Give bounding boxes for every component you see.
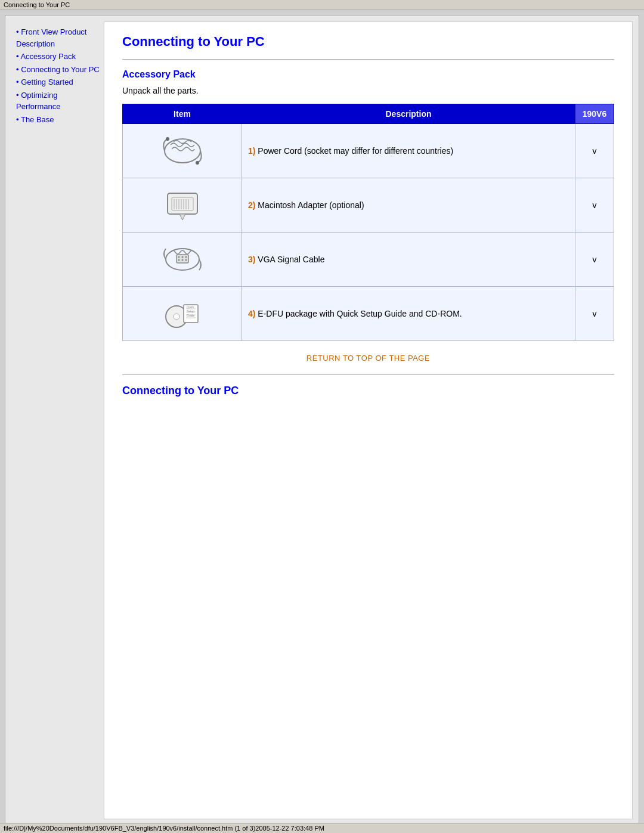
page-title: Connecting to Your PC xyxy=(122,34,614,49)
table-row: Quick Setup Guide 4) E-DFU package with … xyxy=(123,287,614,341)
sidebar-item-connecting[interactable]: Connecting to Your PC xyxy=(16,64,101,76)
top-divider xyxy=(122,59,614,60)
svg-point-14 xyxy=(178,256,179,258)
item-number-3: 3) xyxy=(248,255,255,264)
sidebar-item-front-view[interactable]: Front View Product Description xyxy=(16,26,101,49)
outer-frame: Front View Product Description Accessory… xyxy=(5,15,639,826)
sidebar-link-the-base[interactable]: The Base xyxy=(21,115,54,124)
sidebar-nav-list: Front View Product Description Accessory… xyxy=(16,26,101,125)
status-bar: file:///D|/My%20Documents/dfu/190V6FB_V3… xyxy=(0,823,644,833)
sidebar: Front View Product Description Accessory… xyxy=(11,21,104,819)
table-cell-description-4: 4) E-DFU package with Quick Setup Guide … xyxy=(242,287,575,341)
table-cell-icon-1 xyxy=(123,124,242,178)
svg-point-15 xyxy=(181,256,183,258)
table-cell-check-4: v xyxy=(575,287,614,341)
item-number-1: 1) xyxy=(248,146,255,156)
item-number-2: 2) xyxy=(248,200,255,210)
power-cord-icon xyxy=(129,130,236,172)
sidebar-link-front-view[interactable]: Front View Product Description xyxy=(16,27,86,48)
mac-adapter-icon xyxy=(129,184,236,226)
svg-point-16 xyxy=(185,256,187,258)
main-content: Connecting to Your PC Accessory Pack Unp… xyxy=(104,21,633,819)
unpack-text: Unpack all the parts. xyxy=(122,86,614,95)
accessory-table: Item Description 190V6 1) Power Cord (so… xyxy=(122,104,614,341)
table-row: 1) Power Cord (socket may differ for dif… xyxy=(123,124,614,178)
sidebar-link-getting-started[interactable]: Getting Started xyxy=(21,78,73,86)
sidebar-item-getting-started[interactable]: Getting Started xyxy=(16,76,101,88)
table-row: 3) VGA Signal Cablev xyxy=(123,233,614,287)
section-accessory-pack-title: Accessory Pack xyxy=(122,69,614,80)
svg-point-17 xyxy=(178,259,179,261)
section-connecting-title: Connecting to Your PC xyxy=(122,385,614,397)
bottom-divider xyxy=(122,374,614,375)
svg-point-19 xyxy=(185,259,187,261)
header-model: 190V6 xyxy=(575,104,614,124)
table-cell-description-1: 1) Power Cord (socket may differ for dif… xyxy=(242,124,575,178)
svg-point-1 xyxy=(166,137,169,141)
content-area: Front View Product Description Accessory… xyxy=(5,16,639,825)
cdrom-icon: Quick Setup Guide xyxy=(129,293,236,335)
svg-text:Quick: Quick xyxy=(187,305,194,309)
svg-text:Guide: Guide xyxy=(187,314,195,317)
svg-point-18 xyxy=(181,259,183,261)
svg-rect-13 xyxy=(177,255,188,263)
svg-point-21 xyxy=(174,314,179,320)
sidebar-item-the-base[interactable]: The Base xyxy=(16,114,101,126)
table-cell-check-1: v xyxy=(575,124,614,178)
sidebar-link-accessory-pack[interactable]: Accessory Pack xyxy=(20,52,75,61)
table-cell-description-2: 2) Macintosh Adapter (optional) xyxy=(242,178,575,233)
return-to-top-section: RETURN TO TOP OF THE PAGE xyxy=(122,353,614,363)
header-item: Item xyxy=(123,104,242,124)
sidebar-item-accessory-pack[interactable]: Accessory Pack xyxy=(16,51,101,63)
vga-cable-icon xyxy=(129,239,236,280)
table-cell-check-3: v xyxy=(575,233,614,287)
svg-point-0 xyxy=(165,139,200,163)
table-body: 1) Power Cord (socket may differ for dif… xyxy=(123,124,614,341)
table-cell-check-2: v xyxy=(575,178,614,233)
status-bar-text: file:///D|/My%20Documents/dfu/190V6FB_V3… xyxy=(4,825,324,832)
sidebar-item-optimizing-performance[interactable]: Optimizing Performance xyxy=(16,89,101,113)
table-cell-description-3: 3) VGA Signal Cable xyxy=(242,233,575,287)
table-header-row: Item Description 190V6 xyxy=(123,104,614,124)
item-number-4: 4) xyxy=(248,309,255,318)
header-description: Description xyxy=(242,104,575,124)
table-cell-icon-2 xyxy=(123,178,242,233)
return-to-top-link[interactable]: RETURN TO TOP OF THE PAGE xyxy=(306,354,430,363)
title-bar: Connecting to Your PC xyxy=(0,0,644,10)
sidebar-link-connecting[interactable]: Connecting to Your PC xyxy=(21,65,100,74)
title-bar-text: Connecting to Your PC xyxy=(4,1,70,8)
sidebar-link-optimizing-performance[interactable]: Optimizing Performance xyxy=(16,91,60,112)
svg-text:Setup: Setup xyxy=(187,309,194,313)
table-cell-icon-3 xyxy=(123,233,242,287)
table-row: 2) Macintosh Adapter (optional)v xyxy=(123,178,614,233)
svg-point-2 xyxy=(196,161,199,165)
table-cell-icon-4: Quick Setup Guide xyxy=(123,287,242,341)
